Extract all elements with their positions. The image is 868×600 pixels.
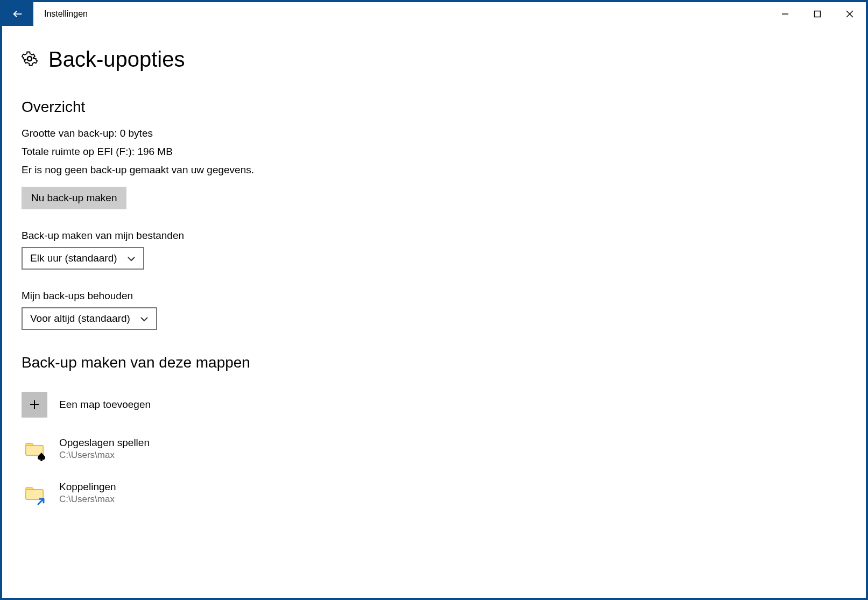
- add-folder-button[interactable]: Een map toevoegen: [22, 386, 846, 423]
- minimize-button[interactable]: [769, 2, 801, 26]
- close-button[interactable]: [834, 2, 866, 26]
- maximize-icon: [814, 10, 821, 18]
- close-icon: [846, 10, 853, 18]
- retention-group: Mijn back-ups behouden Voor altijd (stan…: [22, 290, 846, 330]
- backup-status-text: Er is nog geen back-up gemaakt van uw ge…: [22, 164, 846, 176]
- schedule-dropdown[interactable]: Elk uur (standaard): [22, 247, 144, 270]
- schedule-label: Back-up maken van mijn bestanden: [22, 230, 846, 242]
- folders-section: Back-up maken van deze mappen Een map to…: [22, 354, 846, 511]
- folder-name: Koppelingen: [59, 481, 116, 493]
- folders-heading: Back-up maken van deze mappen: [22, 354, 846, 371]
- folder-list: Een map toevoegen Opgeslagen spellen C:\…: [22, 386, 846, 511]
- folder-item-links[interactable]: Koppelingen C:\Users\max: [22, 475, 846, 511]
- retention-dropdown[interactable]: Voor altijd (standaard): [22, 307, 157, 330]
- page-header: Back-upopties: [22, 47, 846, 72]
- schedule-selected: Elk uur (standaard): [30, 252, 117, 264]
- gear-icon: [22, 51, 38, 69]
- plus-icon: [22, 392, 47, 418]
- link-arrow-icon: [37, 496, 46, 506]
- page-title: Back-upopties: [48, 47, 185, 72]
- overview-heading: Overzicht: [22, 98, 846, 116]
- total-space-text: Totale ruimte op EFI (F:): 196 MB: [22, 146, 846, 158]
- back-button[interactable]: [2, 2, 33, 26]
- retention-label: Mijn back-ups behouden: [22, 290, 846, 302]
- folder-icon: [22, 436, 47, 462]
- chevron-down-icon: [140, 313, 149, 324]
- schedule-group: Back-up maken van mijn bestanden Elk uur…: [22, 230, 846, 270]
- folder-icon: [22, 480, 47, 506]
- backup-size-text: Grootte van back-up: 0 bytes: [22, 128, 846, 139]
- folder-name: Opgeslagen spellen: [59, 437, 150, 449]
- overview-section: Overzicht Grootte van back-up: 0 bytes T…: [22, 98, 846, 209]
- backup-now-button[interactable]: Nu back-up maken: [22, 187, 126, 209]
- spade-icon: [37, 452, 46, 462]
- folder-item-saved-games[interactable]: Opgeslagen spellen C:\Users\max: [22, 430, 846, 467]
- content-area: Back-upopties Overzicht Grootte van back…: [2, 26, 866, 511]
- folder-path: C:\Users\max: [59, 494, 116, 505]
- svg-point-5: [27, 57, 32, 61]
- arrow-left-icon: [12, 8, 24, 20]
- folder-path: C:\Users\max: [59, 450, 150, 461]
- folder-meta: Koppelingen C:\Users\max: [59, 481, 116, 505]
- titlebar: Instellingen: [2, 2, 866, 26]
- window-title: Instellingen: [33, 2, 88, 26]
- window-controls: [769, 2, 866, 26]
- maximize-button[interactable]: [801, 2, 834, 26]
- add-folder-label: Een map toevoegen: [59, 399, 151, 411]
- folder-meta: Opgeslagen spellen C:\Users\max: [59, 437, 150, 461]
- retention-selected: Voor altijd (standaard): [30, 313, 130, 324]
- minimize-icon: [781, 10, 789, 18]
- svg-rect-2: [815, 11, 821, 17]
- chevron-down-icon: [127, 252, 136, 264]
